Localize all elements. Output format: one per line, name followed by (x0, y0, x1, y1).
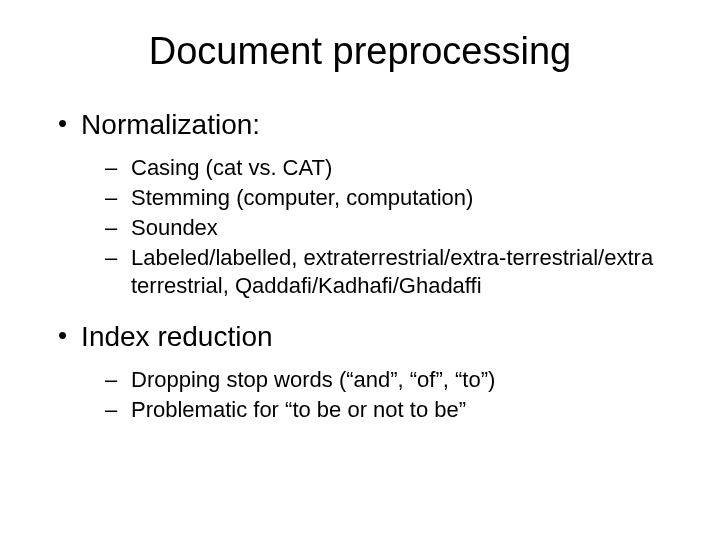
dash-marker: – (105, 184, 121, 212)
sub-item: – Stemming (computer, computation) (105, 184, 670, 212)
bullet-marker: • (58, 108, 67, 138)
bullet-index-reduction: • Index reduction (58, 320, 670, 354)
sub-item-text: Labeled/labelled, extraterrestrial/extra… (131, 244, 670, 300)
sub-list-normalization: – Casing (cat vs. CAT) – Stemming (compu… (105, 154, 670, 300)
dash-marker: – (105, 154, 121, 182)
sub-item-text: Stemming (computer, computation) (131, 184, 473, 212)
bullet-text: Index reduction (81, 320, 272, 354)
sub-item: – Labeled/labelled, extraterrestrial/ext… (105, 244, 670, 300)
dash-marker: – (105, 214, 121, 242)
sub-item-text: Soundex (131, 214, 218, 242)
sub-item: – Problematic for “to be or not to be” (105, 396, 670, 424)
bullet-normalization: • Normalization: (58, 108, 670, 142)
dash-marker: – (105, 396, 121, 424)
bullet-text: Normalization: (81, 108, 260, 142)
sub-item-text: Dropping stop words (“and”, “of”, “to”) (131, 366, 495, 394)
sub-item-text: Problematic for “to be or not to be” (131, 396, 466, 424)
sub-item: – Dropping stop words (“and”, “of”, “to”… (105, 366, 670, 394)
bullet-marker: • (58, 320, 67, 350)
sub-list-index-reduction: – Dropping stop words (“and”, “of”, “to”… (105, 366, 670, 424)
sub-item: – Soundex (105, 214, 670, 242)
sub-item: – Casing (cat vs. CAT) (105, 154, 670, 182)
sub-item-text: Casing (cat vs. CAT) (131, 154, 332, 182)
dash-marker: – (105, 244, 121, 272)
slide-title: Document preprocessing (50, 30, 670, 73)
dash-marker: – (105, 366, 121, 394)
